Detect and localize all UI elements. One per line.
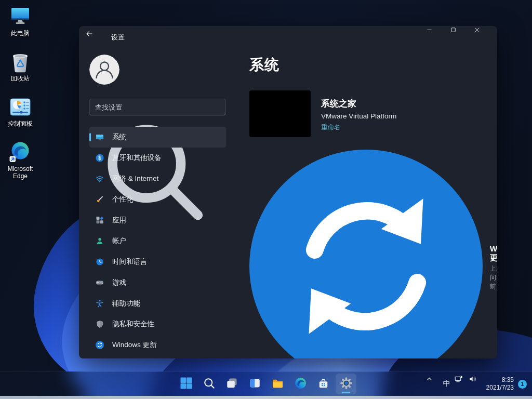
sidebar-item-label: 隐私和安全性 [112, 320, 154, 329]
privacy-icon [96, 320, 104, 328]
sidebar-item-accounts[interactable]: 帐户 [89, 231, 226, 251]
avatar[interactable] [89, 55, 119, 85]
network-tray-icon [454, 375, 469, 393]
system-tray: 中 8:35 2021/7/23 1 [425, 375, 529, 393]
sidebar-item-label: 网络 & Internet [112, 174, 158, 183]
settings-gear-icon [340, 377, 353, 392]
edge-logo-icon [9, 141, 32, 164]
maximize-button[interactable] [449, 26, 473, 47]
window-controls [425, 26, 497, 47]
window-title: 设置 [111, 33, 125, 42]
screen-bottom-strip [0, 396, 532, 399]
sidebar-item-personalization[interactable]: 个性化 [89, 189, 226, 210]
sidebar-item-label: 个性化 [112, 195, 134, 204]
sidebar-item-label: Windows 更新 [112, 340, 157, 350]
device-model: VMware Virtual Platform [321, 112, 396, 120]
task-view-icon [225, 377, 238, 392]
sidebar: 系统 蓝牙和其他设备 网络 & Internet 个性化 应用 帐户 时间和语言… [79, 49, 236, 358]
taskbar: 中 8:35 2021/7/23 1 [0, 371, 532, 396]
store-button[interactable] [313, 374, 334, 394]
maximize-icon [449, 26, 473, 47]
clock[interactable]: 8:35 2021/7/23 [486, 376, 514, 392]
edge-button[interactable] [290, 374, 311, 394]
page-title: 系统 [249, 55, 483, 75]
settings-window: 设置 [79, 26, 497, 358]
apps-icon [96, 216, 104, 224]
ime-label: 中 [443, 379, 450, 389]
accessibility-icon [96, 299, 104, 308]
windows-update-summary[interactable]: Windows 更新 上次检查时间: 23 分钟前 [249, 150, 483, 358]
edge-icon [294, 377, 307, 392]
titlebar[interactable]: 设置 [79, 26, 497, 49]
network-tray-button[interactable] [454, 375, 469, 393]
ime-indicator[interactable]: 中 [440, 375, 454, 393]
sidebar-item-label: 系统 [112, 132, 126, 142]
tray-overflow-button[interactable] [425, 375, 440, 393]
desktop-icon-list: 此电脑 回收站 控制面板 Microsoft Edge [5, 5, 35, 180]
sidebar-item-network[interactable]: 网络 & Internet [89, 168, 226, 189]
sidebar-item-label: 时间和语言 [112, 257, 148, 267]
desktop-icon-label: 控制面板 [8, 120, 33, 127]
main-pane: 系统 系统之家 VMware Virtual Platform 重命名 Wind… [236, 49, 497, 358]
close-button[interactable] [473, 26, 497, 47]
recycle-bin-icon [9, 50, 32, 73]
desktop-icon-edge[interactable]: Microsoft Edge [5, 141, 35, 180]
search-icon [85, 102, 222, 119]
control-panel-icon [9, 96, 32, 118]
desktop-icon-this-pc[interactable]: 此电脑 [5, 5, 35, 37]
desktop-icon-label: 此电脑 [11, 30, 30, 37]
store-icon [317, 377, 330, 392]
taskbar-search-icon [203, 377, 216, 392]
desktop-icon-label: Microsoft Edge [5, 165, 35, 180]
sidebar-item-label: 游戏 [112, 278, 126, 287]
settings-button[interactable] [336, 374, 356, 394]
rename-link[interactable]: 重命名 [321, 123, 396, 132]
back-button[interactable] [85, 30, 103, 45]
sidebar-item-windows-update[interactable]: Windows 更新 [89, 335, 226, 355]
sidebar-item-accessibility[interactable]: 辅助功能 [89, 293, 226, 314]
sidebar-item-gaming[interactable]: 游戏 [89, 272, 226, 293]
windows-update-title: Windows 更新 [490, 244, 497, 263]
this-pc-icon [9, 5, 32, 28]
clock-time: 8:35 [486, 376, 514, 384]
widgets-button[interactable] [244, 374, 265, 394]
notification-badge[interactable]: 1 [518, 380, 527, 389]
desktop-icon-control-panel[interactable]: 控制面板 [5, 96, 35, 127]
minimize-button[interactable] [425, 26, 449, 47]
sidebar-item-time-language[interactable]: 时间和语言 [89, 251, 226, 272]
volume-tray-button[interactable] [469, 375, 483, 393]
clock-date: 2021/7/23 [486, 384, 514, 392]
time-language-icon [96, 258, 104, 266]
sidebar-item-bluetooth[interactable]: 蓝牙和其他设备 [89, 148, 226, 168]
file-explorer-button[interactable] [267, 374, 288, 394]
sidebar-item-label: 蓝牙和其他设备 [112, 153, 162, 163]
network-icon [96, 175, 104, 183]
chevron-up-icon [425, 375, 440, 393]
sidebar-item-system[interactable]: 系统 [89, 127, 226, 148]
bluetooth-icon [96, 154, 104, 162]
close-icon [473, 26, 497, 47]
windows-update-status: 上次检查时间: 23 分钟前 [490, 264, 497, 291]
sidebar-item-label: 应用 [112, 216, 126, 225]
search-button[interactable] [198, 374, 219, 394]
sidebar-item-apps[interactable]: 应用 [89, 210, 226, 231]
device-name: 系统之家 [321, 98, 396, 110]
system-icon [96, 133, 104, 141]
user-avatar-icon [89, 55, 119, 85]
selected-indicator [89, 133, 91, 141]
windows-update-icon [249, 150, 483, 358]
windows-update-icon [96, 341, 104, 349]
device-thumbnail [249, 90, 311, 137]
sidebar-nav: 系统 蓝牙和其他设备 网络 & Internet 个性化 应用 帐户 时间和语言… [89, 127, 226, 355]
personalization-icon [96, 195, 104, 204]
back-icon [85, 30, 103, 45]
sidebar-item-privacy[interactable]: 隐私和安全性 [89, 314, 226, 335]
sidebar-item-label: 帐户 [112, 236, 126, 246]
desktop-icon-recycle-bin[interactable]: 回收站 [5, 50, 35, 82]
sidebar-item-label: 辅助功能 [112, 299, 140, 308]
gaming-icon [96, 278, 104, 287]
start-button[interactable] [176, 374, 196, 394]
desktop: 此电脑 回收站 控制面板 Microsoft Edge 设置 [0, 0, 532, 399]
file-explorer-icon [271, 377, 284, 392]
task-view-button[interactable] [221, 374, 242, 394]
